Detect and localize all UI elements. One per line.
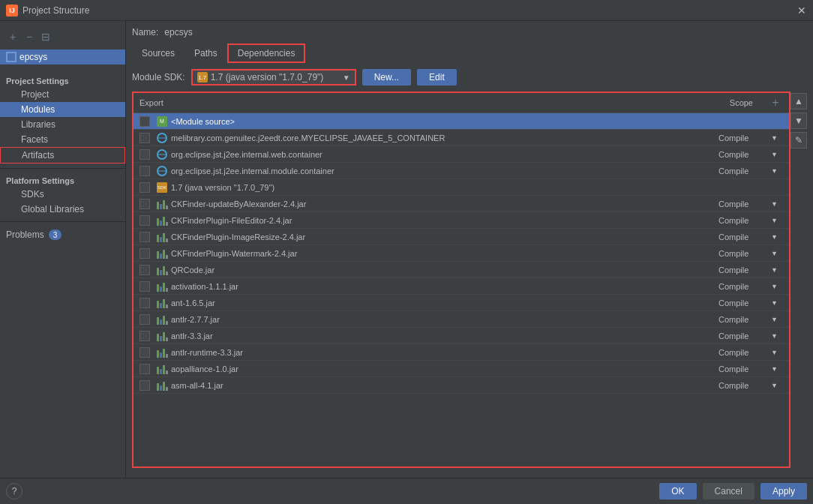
dep-scope-dropdown[interactable]: ▼ — [771, 217, 783, 224]
dep-checkbox[interactable] — [140, 314, 150, 325]
dep-type-icon — [156, 330, 168, 342]
dep-scope-dropdown[interactable]: ▼ — [771, 283, 783, 290]
deps-outer: Export Scope + M<Module source>melibrary… — [132, 92, 807, 474]
dep-scope-dropdown[interactable]: ▼ — [771, 382, 783, 389]
apply-button[interactable]: Apply — [760, 483, 807, 500]
dep-scope-dropdown[interactable]: ▼ — [771, 250, 783, 257]
sdk-new-button[interactable]: New... — [362, 69, 411, 86]
dep-checkbox[interactable] — [140, 232, 150, 242]
dep-scope: Compile — [718, 332, 771, 340]
sdk-edit-button[interactable]: Edit — [417, 69, 457, 86]
help-button[interactable]: ? — [6, 483, 22, 500]
dep-scope-dropdown[interactable]: ▼ — [771, 233, 783, 241]
dep-name: <Module source> — [171, 117, 783, 126]
tab-paths[interactable]: Paths — [184, 44, 227, 62]
sidebar-item-modules[interactable]: Modules — [0, 102, 125, 117]
dep-checkbox[interactable] — [140, 265, 150, 275]
project-settings-label: Project Settings — [0, 74, 125, 87]
dep-checkbox[interactable] — [140, 331, 150, 341]
dep-checkbox[interactable] — [140, 380, 150, 391]
dep-scope-dropdown[interactable]: ▼ — [771, 349, 783, 356]
dep-scope-dropdown[interactable]: ▼ — [771, 266, 783, 274]
problems-row[interactable]: Problems 3 — [0, 226, 125, 243]
copy-module-button[interactable]: ⊟ — [39, 30, 52, 44]
dep-row[interactable]: CKFinderPlugin-ImageResize-2.4.jarCompil… — [134, 229, 789, 245]
sidebar-item-sdks[interactable]: SDKs — [0, 187, 125, 202]
dep-scope-dropdown[interactable]: ▼ — [771, 200, 783, 208]
dep-checkbox[interactable] — [140, 133, 150, 143]
title-bar: IJ Project Structure ✕ — [0, 0, 813, 21]
sdk-select[interactable]: 1.7 1.7 (java version "1.7.0_79") ▼ — [191, 69, 356, 86]
dep-scope: Compile — [718, 200, 771, 208]
dep-checkbox[interactable] — [140, 298, 150, 308]
dep-type-icon: SDK — [156, 182, 168, 194]
deps-container: Export Scope + M<Module source>melibrary… — [132, 92, 790, 468]
dep-checkbox[interactable] — [140, 116, 150, 127]
dep-row[interactable]: antlr-3.3.jarCompile▼ — [134, 328, 789, 344]
dep-checkbox[interactable] — [140, 364, 150, 374]
dep-scope: Compile — [718, 232, 771, 242]
dep-row[interactable]: asm-all-4.1.jarCompile▼ — [134, 377, 789, 394]
dep-type-icon — [156, 214, 168, 226]
dep-checkbox[interactable] — [140, 281, 150, 292]
sidebar-item-libraries[interactable]: Libraries — [0, 117, 125, 132]
dep-scope-dropdown[interactable]: ▼ — [771, 365, 783, 373]
dep-row[interactable]: org.eclipse.jst.j2ee.internal.module.con… — [134, 163, 789, 179]
dep-type-icon: M — [156, 116, 168, 128]
dep-checkbox[interactable] — [140, 199, 150, 209]
tab-sources[interactable]: Sources — [132, 44, 184, 62]
deps-up-button[interactable]: ▲ — [790, 93, 807, 110]
dep-name: antlr-3.3.jar — [171, 332, 718, 340]
dep-row[interactable]: CKFinder-updateByAlexander-2.4.jarCompil… — [134, 196, 789, 212]
dep-checkbox[interactable] — [140, 215, 150, 226]
dep-row[interactable]: QRCode.jarCompile▼ — [134, 262, 789, 278]
tab-dependencies[interactable]: Dependencies — [227, 44, 306, 63]
cancel-button[interactable]: Cancel — [703, 483, 754, 500]
dep-row[interactable]: org.eclipse.jst.j2ee.internal.web.contai… — [134, 146, 789, 163]
dep-row[interactable]: SDK1.7 (java version "1.7.0_79") — [134, 179, 789, 196]
dep-checkbox[interactable] — [140, 182, 150, 193]
dep-row[interactable]: CKFinderPlugin-FileEditor-2.4.jarCompile… — [134, 212, 789, 229]
dep-name: QRCode.jar — [171, 266, 718, 274]
problems-badge: 3 — [49, 230, 62, 240]
dep-checkbox[interactable] — [140, 347, 150, 358]
dep-scope-dropdown[interactable]: ▼ — [771, 299, 783, 307]
bottom-left: ? — [6, 483, 22, 500]
sidebar-module-item[interactable]: epcsys — [0, 50, 125, 64]
dep-checkbox[interactable] — [140, 149, 150, 160]
sidebar-item-artifacts[interactable]: Artifacts — [0, 147, 125, 164]
add-module-button[interactable]: + — [6, 30, 20, 44]
sidebar: + − ⊟ epcsys Project Settings Project Mo… — [0, 21, 126, 504]
dep-scope-dropdown[interactable]: ▼ — [771, 134, 783, 142]
dep-row[interactable]: CKFinderPlugin-Watermark-2.4.jarCompile▼ — [134, 245, 789, 262]
dep-row[interactable]: melibrary.com.genuitec.j2eedt.core.MYECL… — [134, 130, 789, 146]
close-button[interactable]: ✕ — [796, 5, 807, 16]
dep-scope-dropdown[interactable]: ▼ — [771, 167, 783, 175]
dep-row[interactable]: M<Module source> — [134, 113, 789, 130]
dep-name: 1.7 (java version "1.7.0_79") — [171, 183, 783, 192]
dep-name: ant-1.6.5.jar — [171, 298, 718, 308]
platform-settings-label: Platform Settings — [0, 173, 125, 187]
dep-row[interactable]: activation-1.1.1.jarCompile▼ — [134, 278, 789, 295]
dep-row[interactable]: antlr-2.7.7.jarCompile▼ — [134, 311, 789, 328]
ok-button[interactable]: OK — [659, 483, 696, 500]
sidebar-item-facets[interactable]: Facets — [0, 132, 125, 147]
deps-down-button[interactable]: ▼ — [790, 112, 807, 129]
dep-name: org.eclipse.jst.j2ee.internal.web.contai… — [171, 150, 718, 159]
dep-row[interactable]: ant-1.6.5.jarCompile▼ — [134, 295, 789, 311]
dep-checkbox[interactable] — [140, 248, 150, 259]
dep-type-icon — [156, 363, 168, 375]
dep-row[interactable]: antlr-runtime-3.3.jarCompile▼ — [134, 344, 789, 361]
dep-scope-dropdown[interactable]: ▼ — [771, 332, 783, 340]
deps-add-button[interactable]: + — [768, 96, 783, 110]
dep-type-icon — [156, 314, 168, 326]
sidebar-item-project[interactable]: Project — [0, 87, 125, 102]
remove-module-button[interactable]: − — [22, 30, 36, 44]
dep-checkbox[interactable] — [140, 166, 150, 176]
dep-scope: Compile — [718, 381, 771, 390]
dep-scope-dropdown[interactable]: ▼ — [771, 151, 783, 158]
dep-scope-dropdown[interactable]: ▼ — [771, 316, 783, 323]
dep-row[interactable]: aopalliance-1.0.jarCompile▼ — [134, 361, 789, 377]
sidebar-item-global-libraries[interactable]: Global Libraries — [0, 202, 125, 217]
deps-edit-button[interactable]: ✎ — [790, 132, 807, 148]
